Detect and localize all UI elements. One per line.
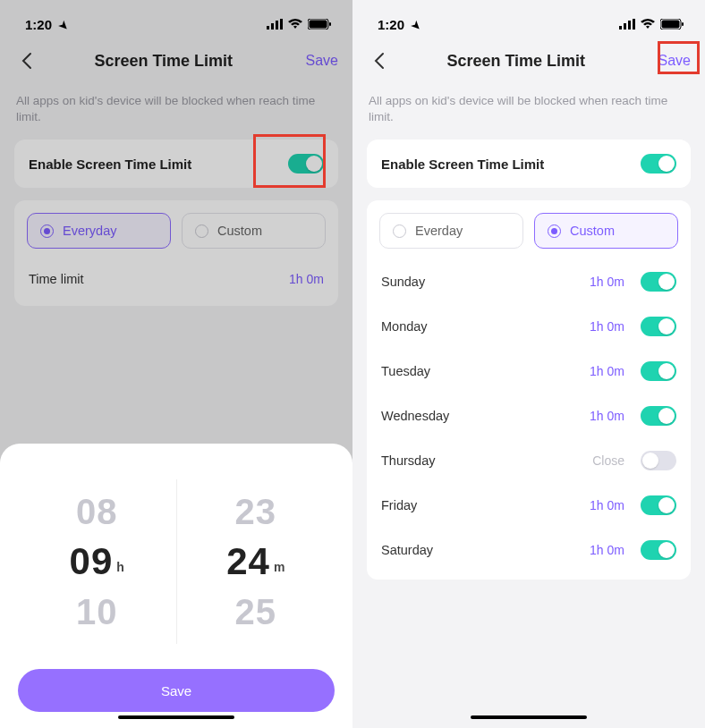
- day-time-value: 1h 0m: [590, 364, 624, 378]
- hour-selected: 09: [70, 540, 114, 583]
- day-time-value: 1h 0m: [590, 543, 624, 557]
- enable-label: Enable Screen Time Limit: [381, 157, 544, 172]
- minute-prev: 23: [235, 492, 277, 532]
- day-time-value: 1h 0m: [590, 275, 624, 289]
- day-name: Thursday: [381, 453, 592, 468]
- schedule-card: Everday Custom Sunday1h 0mMonday1h 0mTue…: [367, 200, 691, 580]
- time-picker[interactable]: 08 09h 10 23 24m 25: [18, 463, 335, 660]
- status-bar: 1:20 ➤: [0, 9, 352, 39]
- home-indicator[interactable]: [118, 715, 234, 719]
- day-row[interactable]: Tuesday1h 0m: [379, 349, 678, 394]
- minute-next: 25: [235, 592, 277, 632]
- helper-text: All apps on kid's device will be blocked…: [352, 82, 705, 136]
- day-toggle[interactable]: [641, 406, 676, 426]
- helper-text: All apps on kid's device will be blocked…: [0, 82, 352, 136]
- page-title: Screen Time Limit: [374, 52, 658, 71]
- day-row[interactable]: Sunday1h 0m: [379, 259, 678, 304]
- screen-left: 1:20 ➤ Screen Time Limit Save All apps o…: [0, 0, 352, 728]
- svg-rect-10: [633, 19, 635, 30]
- svg-rect-6: [329, 22, 331, 26]
- day-name: Wednesday: [381, 409, 590, 423]
- tab-everyday[interactable]: Everyday: [27, 213, 171, 249]
- hour-prev: 08: [76, 492, 118, 532]
- day-toggle[interactable]: [641, 317, 676, 336]
- radio-icon: [40, 224, 54, 238]
- minute-selected: 24: [226, 540, 270, 583]
- day-toggle[interactable]: [641, 272, 676, 292]
- radio-icon: [195, 224, 208, 238]
- minute-wheel[interactable]: 23 24m 25: [177, 463, 336, 660]
- minute-unit: m: [274, 560, 285, 574]
- hour-next: 10: [76, 592, 118, 632]
- day-row[interactable]: Wednesday1h 0m: [379, 394, 678, 438]
- screen-right: 1:20 ➤ Screen Time Limit Save All apps o…: [352, 0, 705, 728]
- tab-custom-label: Custom: [217, 224, 262, 238]
- radio-icon: [393, 224, 406, 238]
- tab-everyday[interactable]: Everday: [379, 213, 523, 249]
- svg-rect-13: [682, 22, 684, 26]
- day-toggle[interactable]: [641, 495, 676, 515]
- day-time-value: 1h 0m: [590, 319, 624, 334]
- nav-header: Screen Time Limit Save: [0, 39, 352, 82]
- svg-rect-8: [624, 23, 626, 30]
- day-name: Friday: [381, 498, 590, 512]
- day-name: Monday: [381, 319, 590, 334]
- wifi-icon: [641, 19, 655, 30]
- schedule-card: Everyday Custom Time limit 1h 0m: [14, 200, 338, 306]
- enable-card: Enable Screen Time Limit: [367, 140, 691, 188]
- day-list: Sunday1h 0mMonday1h 0mTuesday1h 0mWednes…: [379, 259, 678, 572]
- location-icon: ➤: [409, 18, 424, 33]
- day-row[interactable]: Friday1h 0m: [379, 483, 678, 528]
- day-name: Tuesday: [381, 364, 590, 378]
- home-indicator[interactable]: [471, 715, 587, 719]
- nav-header: Screen Time Limit Save: [352, 39, 705, 82]
- day-row[interactable]: Monday1h 0m: [379, 304, 678, 349]
- signal-icon: [619, 19, 635, 30]
- signal-icon: [267, 19, 283, 30]
- location-icon: ➤: [56, 18, 72, 33]
- svg-rect-7: [619, 26, 622, 30]
- status-time-text: 1:20: [378, 17, 404, 32]
- enable-toggle[interactable]: [288, 154, 324, 174]
- svg-rect-2: [276, 21, 278, 30]
- tab-custom[interactable]: Custom: [534, 213, 678, 249]
- picker-save-button[interactable]: Save: [18, 669, 335, 712]
- time-limit-label: Time limit: [29, 272, 83, 286]
- save-button[interactable]: Save: [306, 53, 338, 69]
- enable-card: Enable Screen Time Limit: [14, 140, 338, 188]
- svg-rect-1: [271, 23, 274, 30]
- tab-custom[interactable]: Custom: [182, 213, 326, 249]
- day-time-value: 1h 0m: [590, 409, 624, 423]
- enable-label: Enable Screen Time Limit: [29, 157, 191, 172]
- status-time: 1:20 ➤: [25, 17, 68, 32]
- time-limit-value: 1h 0m: [289, 272, 324, 286]
- tab-custom-label: Custom: [570, 224, 615, 238]
- tab-everyday-label: Everyday: [63, 224, 116, 238]
- save-button[interactable]: Save: [658, 53, 691, 69]
- tab-everyday-label: Everday: [415, 224, 463, 238]
- hour-unit: h: [116, 560, 124, 574]
- time-picker-sheet: 08 09h 10 23 24m 25 Save: [0, 444, 352, 728]
- day-name: Saturday: [381, 543, 590, 557]
- status-bar: 1:20 ➤: [352, 9, 705, 39]
- svg-rect-3: [280, 19, 283, 30]
- hour-wheel[interactable]: 08 09h 10: [18, 463, 176, 660]
- day-name: Sunday: [381, 275, 590, 289]
- day-toggle[interactable]: [641, 361, 676, 381]
- day-time-value: 1h 0m: [590, 498, 624, 512]
- page-title: Screen Time Limit: [21, 52, 306, 71]
- wifi-icon: [288, 19, 302, 30]
- day-toggle[interactable]: [641, 540, 676, 560]
- day-toggle[interactable]: [641, 451, 676, 470]
- battery-icon: [660, 19, 684, 30]
- enable-toggle[interactable]: [641, 154, 676, 174]
- svg-rect-0: [267, 26, 269, 30]
- svg-rect-9: [628, 21, 631, 30]
- radio-icon: [548, 224, 561, 238]
- battery-icon: [308, 19, 331, 30]
- status-time: 1:20 ➤: [378, 17, 420, 32]
- day-row[interactable]: ThursdayClose: [379, 438, 678, 483]
- svg-rect-5: [310, 21, 327, 29]
- day-row[interactable]: Saturday1h 0m: [379, 528, 678, 572]
- time-limit-row[interactable]: Time limit 1h 0m: [27, 259, 326, 299]
